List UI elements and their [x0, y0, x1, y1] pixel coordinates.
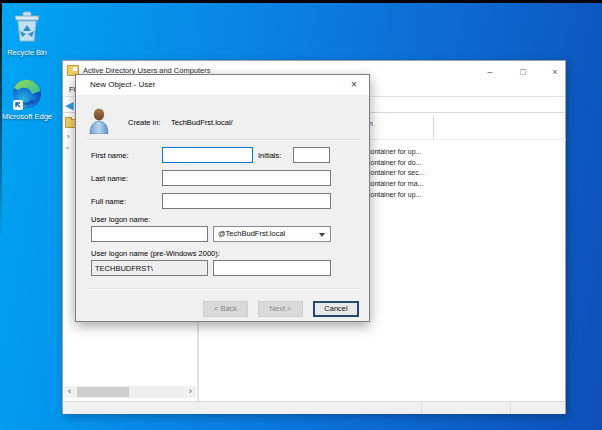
- last-name-label: Last name:: [91, 174, 128, 183]
- close-icon: ×: [351, 79, 357, 90]
- back-button: < Back: [203, 301, 248, 317]
- list-item[interactable]: container for sec...: [367, 169, 425, 176]
- divider: [86, 288, 361, 290]
- dialog-close-button[interactable]: ×: [343, 75, 365, 95]
- shortcut-arrow-icon: [13, 100, 23, 110]
- initials-input[interactable]: [293, 147, 330, 163]
- capture-edge-top: [0, 0, 602, 3]
- close-icon: ×: [552, 67, 557, 77]
- first-name-label: First name:: [91, 151, 129, 160]
- scroll-right-icon[interactable]: ›: [185, 386, 196, 398]
- last-name-input[interactable]: [162, 170, 331, 186]
- logon-name-label: User logon name:: [91, 215, 150, 224]
- tree-collapsed-chevron-icon[interactable]: ›: [67, 133, 70, 141]
- list-item[interactable]: container for up...: [367, 148, 421, 155]
- desktop-icon-recycle-bin[interactable]: Recycle Bin: [0, 8, 54, 57]
- status-bar: [63, 401, 565, 414]
- logon-domain-value: @TechBudFrst.local: [218, 229, 285, 238]
- create-in-value: TechBudFrst.local/: [171, 118, 233, 127]
- scroll-left-icon[interactable]: ‹: [64, 386, 75, 398]
- next-button: Next >: [258, 301, 303, 317]
- logon-domain-select[interactable]: @TechBudFrst.local: [213, 226, 331, 242]
- initials-label: Initials:: [258, 151, 281, 160]
- pre2000-prefix-field: [91, 260, 208, 276]
- desktop: Recycle Bin: [0, 0, 602, 430]
- dialog-title: New Object - User: [90, 80, 155, 89]
- logon-name-input[interactable]: [91, 226, 208, 242]
- create-in-label: Create in:: [128, 118, 161, 127]
- divider: [86, 139, 361, 141]
- column-divider[interactable]: [433, 115, 434, 139]
- status-divider: [421, 403, 422, 414]
- list-item[interactable]: container for up...: [367, 191, 421, 198]
- chevron-down-icon: [319, 233, 325, 237]
- back-icon[interactable]: ◀: [65, 98, 73, 112]
- scrollbar-thumb[interactable]: [77, 387, 129, 397]
- maximize-button[interactable]: □: [514, 61, 532, 83]
- new-object-user-dialog: New Object - User × Create in: TechBudFr…: [75, 74, 370, 322]
- desktop-icon-edge[interactable]: Microsoft Edge: [0, 79, 54, 122]
- dialog-titlebar[interactable]: New Object - User ×: [76, 75, 369, 95]
- list-item[interactable]: container for do...: [367, 159, 421, 166]
- recycle-bin-icon: [0, 8, 54, 47]
- list-item[interactable]: container for ma...: [367, 180, 423, 187]
- full-name-input[interactable]: [162, 193, 331, 209]
- minimize-button[interactable]: –: [481, 61, 499, 83]
- maximize-icon: □: [520, 67, 525, 77]
- full-name-label: Full name:: [91, 197, 126, 206]
- first-name-input[interactable]: [162, 147, 253, 163]
- minimize-icon: –: [487, 67, 492, 77]
- status-divider: [510, 403, 511, 414]
- close-button[interactable]: ×: [546, 61, 564, 83]
- tree-expanded-chevron-icon[interactable]: ›: [63, 147, 71, 150]
- pre2000-label: User logon name (pre-Windows 2000):: [91, 249, 220, 258]
- desktop-icon-label: Recycle Bin: [7, 48, 47, 57]
- cancel-button[interactable]: Cancel: [313, 301, 359, 317]
- pre2000-input[interactable]: [213, 260, 331, 276]
- desktop-icon-label: Microsoft Edge: [2, 112, 52, 121]
- user-icon: [89, 108, 109, 138]
- horizontal-scrollbar[interactable]: ‹ ›: [64, 386, 196, 398]
- edge-icon: [11, 79, 43, 111]
